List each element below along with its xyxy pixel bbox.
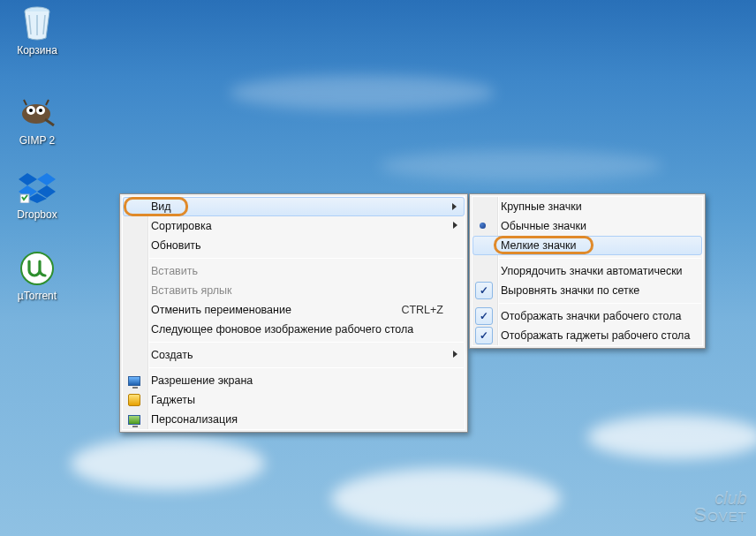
checkmark-icon: ✓ <box>475 327 493 344</box>
menu-item-label: Создать <box>151 349 193 361</box>
menu-item-label: Следующее фоновое изображение рабочего с… <box>151 323 413 336</box>
dropbox-icon <box>18 168 57 207</box>
desktop-icon-label: GIMP 2 <box>5 134 69 147</box>
menu-separator <box>499 258 701 259</box>
gadgets-icon <box>127 393 141 407</box>
submenu-item-large-icons[interactable]: Крупные значки <box>472 197 702 216</box>
desktop-icon-label: Корзина <box>5 44 69 57</box>
submenu-item-small-icons[interactable]: Мелкие значки <box>472 236 702 255</box>
submenu-arrow-icon <box>453 222 457 229</box>
checkmark-icon: ✓ <box>475 282 493 299</box>
menu-item-label: Отображать гаджеты рабочего стола <box>501 329 690 342</box>
desktop-icon-label: µTorrent <box>5 290 69 302</box>
menu-item-label: Мелкие значки <box>501 239 577 252</box>
personalize-icon <box>127 412 141 427</box>
monitor-icon <box>127 374 141 388</box>
menu-item-undo-rename[interactable]: Отменить переименование CTRL+Z <box>123 300 465 320</box>
menu-item-next-background[interactable]: Следующее фоновое изображение рабочего с… <box>123 320 465 339</box>
menu-item-paste: Вставить <box>123 261 465 281</box>
menu-separator <box>499 303 701 304</box>
menu-item-personalize[interactable]: Персонализация <box>123 410 465 429</box>
menu-item-label: Вставить ярлык <box>151 284 232 297</box>
desktop-icon-dropbox[interactable]: Dropbox <box>5 168 69 221</box>
submenu-item-align-grid[interactable]: ✓ Выровнять значки по сетке <box>472 281 702 300</box>
menu-item-view[interactable]: Вид <box>123 197 465 216</box>
menu-item-screen-resolution[interactable]: Разрешение экрана <box>123 371 465 390</box>
submenu-arrow-icon <box>452 203 457 210</box>
watermark-line2: Sovet <box>693 506 747 524</box>
menu-separator <box>149 258 464 259</box>
menu-item-refresh[interactable]: Обновить <box>123 236 465 255</box>
menu-item-label: Вставить <box>151 265 198 277</box>
menu-separator <box>149 342 464 343</box>
menu-item-label: Выровнять значки по сетке <box>501 284 639 297</box>
utorrent-icon <box>18 249 57 288</box>
desktop-icon-recycle-bin[interactable]: Корзина <box>5 4 69 57</box>
gimp-icon <box>18 94 57 132</box>
desktop-icon-utorrent[interactable]: µTorrent <box>5 249 69 302</box>
menu-item-label: Разрешение экрана <box>151 374 253 387</box>
menu-item-label: Отменить переименование <box>151 304 291 316</box>
svg-point-7 <box>21 253 53 284</box>
desktop-icon-gimp[interactable]: GIMP 2 <box>5 94 69 147</box>
menu-item-shortcut: CTRL+Z <box>374 304 443 316</box>
recycle-bin-icon <box>18 4 57 42</box>
svg-point-5 <box>39 109 42 112</box>
desktop-icon-label: Dropbox <box>5 208 69 221</box>
menu-item-create[interactable]: Создать <box>123 345 465 365</box>
menu-item-label: Гаджеты <box>151 394 195 406</box>
view-submenu: Крупные значки Обычные значки Мелкие зна… <box>469 193 706 349</box>
menu-item-label: Обычные значки <box>501 220 586 232</box>
menu-item-label: Обновить <box>151 239 201 252</box>
submenu-item-auto-arrange[interactable]: Упорядочить значки автоматически <box>472 261 702 281</box>
submenu-arrow-icon <box>453 351 457 358</box>
menu-item-paste-shortcut: Вставить ярлык <box>123 281 465 300</box>
watermark: club Sovet <box>693 490 747 524</box>
menu-item-label: Вид <box>151 200 171 213</box>
radio-selected-icon <box>480 223 486 229</box>
menu-item-gadgets[interactable]: Гаджеты <box>123 390 465 410</box>
menu-item-label: Крупные значки <box>501 200 582 213</box>
submenu-item-show-desktop-icons[interactable]: ✓ Отображать значки рабочего стола <box>472 306 702 326</box>
svg-point-3 <box>29 109 33 112</box>
menu-item-label: Отображать значки рабочего стола <box>501 310 682 322</box>
checkmark-icon: ✓ <box>475 307 493 325</box>
submenu-item-medium-icons[interactable]: Обычные значки <box>472 216 702 236</box>
menu-item-label: Персонализация <box>151 413 238 426</box>
menu-item-label: Упорядочить значки автоматически <box>501 265 683 277</box>
menu-item-label: Сортировка <box>151 220 212 232</box>
submenu-item-show-gadgets[interactable]: ✓ Отображать гаджеты рабочего стола <box>472 326 702 345</box>
desktop-context-menu: Вид Сортировка Обновить Вставить Вставит… <box>119 193 468 433</box>
menu-item-sort[interactable]: Сортировка <box>123 216 465 236</box>
menu-separator <box>149 367 464 368</box>
watermark-line1: club <box>693 490 747 506</box>
